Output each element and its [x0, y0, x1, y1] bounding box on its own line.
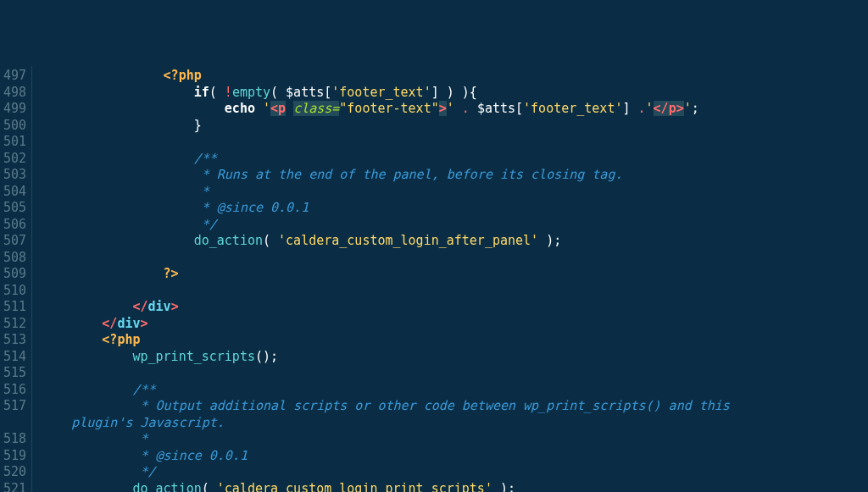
- token: (: [270, 85, 286, 100]
- token: * @since 0.0.1: [141, 448, 248, 463]
- token: (: [209, 85, 225, 100]
- line-number: 508: [3, 250, 26, 267]
- token: $atts: [477, 101, 515, 116]
- token: ): [538, 233, 554, 248]
- line-number: 516: [3, 382, 26, 399]
- token: <p: [270, 101, 286, 116]
- code-line[interactable]: * @since 0.0.1: [41, 200, 868, 217]
- code-line[interactable]: * @since 0.0.1: [41, 448, 868, 465]
- line-number: 512: [3, 316, 26, 333]
- token: >: [141, 316, 148, 331]
- token: div: [148, 299, 171, 314]
- code-line[interactable]: */: [41, 217, 868, 234]
- token: "footer-text": [339, 101, 438, 116]
- line-number: 503: [3, 167, 26, 184]
- token: </: [132, 299, 147, 314]
- line-number: 513: [3, 332, 26, 349]
- code-line[interactable]: *: [41, 431, 868, 448]
- token: [454, 101, 462, 116]
- token: [: [324, 85, 331, 100]
- token: [631, 101, 638, 116]
- code-line[interactable]: /**: [41, 382, 868, 399]
- line-number: [3, 415, 26, 432]
- line-number: 509: [3, 266, 26, 283]
- line-number: 519: [3, 448, 26, 465]
- code-line[interactable]: * Output additional scripts or other cod…: [41, 398, 868, 415]
- code-line[interactable]: [41, 134, 868, 151]
- code-line[interactable]: do_action( 'caldera_custom_login_after_p…: [41, 233, 868, 250]
- line-number: 514: [3, 349, 26, 366]
- code-line[interactable]: <?php: [41, 332, 868, 349]
- token: ': [684, 101, 692, 116]
- token: (): [255, 349, 270, 364]
- token: }: [194, 118, 202, 133]
- token: do_action: [132, 481, 201, 493]
- code-line[interactable]: </div>: [41, 316, 868, 333]
- code-editor[interactable]: 4974984995005015025035045055065075085095…: [0, 66, 868, 492]
- code-line[interactable]: [41, 365, 868, 382]
- code-line[interactable]: wp_print_scripts();: [41, 349, 868, 366]
- token: *: [141, 431, 148, 446]
- line-number: 518: [3, 431, 26, 448]
- token: [255, 101, 263, 116]
- token: 'caldera_custom_login_print_scripts': [217, 481, 492, 493]
- token: do_action: [194, 233, 263, 248]
- token: * Output additional scripts or other cod…: [141, 398, 730, 413]
- line-number: 502: [3, 151, 26, 168]
- code-line[interactable]: */: [41, 464, 868, 481]
- token: ]: [431, 85, 439, 100]
- token: ;: [508, 481, 515, 493]
- token: echo: [225, 101, 255, 116]
- token: 'caldera_custom_login_after_panel': [278, 233, 538, 248]
- line-number: 497: [3, 68, 26, 85]
- token: empty: [232, 85, 270, 100]
- code-line[interactable]: ?>: [41, 266, 868, 283]
- token: ) ): [439, 85, 470, 100]
- token: /**: [132, 382, 155, 397]
- code-line[interactable]: if( !empty( $atts['footer_text'] ) ){: [41, 85, 868, 102]
- token: div: [117, 316, 140, 331]
- code-line[interactable]: do_action( 'caldera_custom_login_print_s…: [41, 481, 868, 493]
- token: ': [646, 101, 654, 116]
- code-line[interactable]: [41, 250, 868, 267]
- token: <?php: [102, 332, 140, 347]
- line-number: 500: [3, 118, 26, 135]
- code-line[interactable]: *: [41, 184, 868, 201]
- token: >: [439, 101, 447, 116]
- code-line[interactable]: /**: [41, 151, 868, 168]
- line-number: 517: [3, 398, 26, 415]
- code-line[interactable]: <?php: [41, 68, 868, 85]
- code-line[interactable]: * Runs at the end of the panel, before i…: [41, 167, 868, 184]
- code-line[interactable]: echo '<p class="footer-text">' . $atts['…: [41, 101, 868, 118]
- token: class=: [293, 101, 339, 116]
- code-area[interactable]: <?php if( !empty( $atts['footer_text'] )…: [32, 66, 868, 492]
- token: *: [202, 184, 209, 199]
- token: ;: [270, 349, 278, 364]
- token: (: [263, 233, 278, 248]
- token: $atts: [286, 85, 324, 100]
- code-line[interactable]: }: [41, 118, 868, 135]
- line-number: 521: [3, 481, 26, 493]
- token: !: [225, 85, 232, 100]
- line-number: 520: [3, 464, 26, 481]
- line-number-gutter: 4974984995005015025035045055065075085095…: [0, 66, 32, 492]
- code-line[interactable]: [41, 283, 868, 300]
- token: ]: [622, 101, 630, 116]
- line-number: 505: [3, 200, 26, 217]
- token: if: [194, 85, 209, 100]
- token: [470, 101, 477, 116]
- token: */: [141, 464, 156, 479]
- token: ?>: [164, 266, 179, 281]
- token: </p>: [654, 101, 684, 116]
- line-number: 510: [3, 283, 26, 300]
- line-number: 511: [3, 299, 26, 316]
- token: [: [515, 101, 523, 116]
- code-line[interactable]: plugin's Javascript.: [41, 415, 868, 432]
- token: ;: [692, 101, 699, 116]
- line-number: 499: [3, 101, 26, 118]
- token: [286, 101, 293, 116]
- token: 'footer_text': [523, 101, 622, 116]
- token: <?php: [164, 68, 202, 83]
- token: plugin's Javascript.: [71, 415, 225, 430]
- code-line[interactable]: </div>: [41, 299, 868, 316]
